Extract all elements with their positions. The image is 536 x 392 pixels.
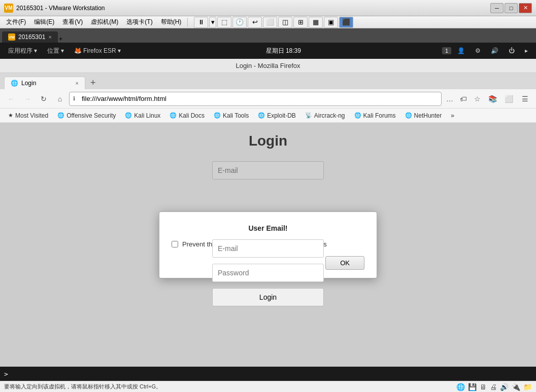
snapshot-btn[interactable]: 🕐 [232, 17, 247, 28]
status-text: 要将输入定向到该虚拟机，请将鼠标指针移入其中或按 Ctrl+G。 [4, 383, 161, 390]
apps-chevron: ▾ [34, 47, 37, 54]
location-label: 位置 [47, 47, 59, 55]
menu-tab[interactable]: 选项卡(T) [122, 17, 156, 27]
add-tab-button[interactable]: + [59, 35, 63, 43]
address-bar-wrap: ℹ [69, 92, 442, 106]
vm-tab-active[interactable]: VM 20165301 × [2, 31, 58, 43]
window-controls: ─ □ ✕ [490, 3, 532, 13]
alert-ok-button[interactable]: OK [325, 256, 364, 270]
library-button[interactable]: 📚 [485, 92, 499, 106]
minimize-button[interactable]: ─ [490, 3, 504, 13]
vm-tab-close[interactable]: × [48, 34, 51, 40]
firefox-icon: 🦊 [74, 47, 82, 54]
workspace-indicator[interactable]: 1 [442, 47, 451, 54]
linux-taskbar: 应用程序 ▾ 位置 ▾ 🦊 Firefox ESR ▾ 星期日 18:39 1 … [0, 43, 536, 59]
people-icon: 👤 [453, 46, 469, 55]
bookmark-kali-docs-label: Kali Docs [179, 112, 205, 119]
menu-file[interactable]: 文件(F) [2, 17, 30, 27]
bookmark-kali-linux-label: Kali Linux [134, 112, 160, 119]
prevent-dialog-checkbox[interactable] [172, 241, 178, 247]
settings-icon[interactable]: ⚙ [471, 46, 485, 55]
power-icon[interactable]: ⏻ [505, 46, 519, 55]
active-btn[interactable]: ⬛ [339, 17, 353, 28]
most-visited-icon: ★ [8, 112, 13, 119]
full-screen-btn[interactable]: ⬜ [263, 17, 277, 28]
taskbar-firefox[interactable]: 🦊 Firefox ESR ▾ [70, 46, 125, 55]
toolbar-separator [187, 18, 188, 27]
maximize-button[interactable]: □ [505, 3, 518, 13]
unity-btn[interactable]: ◫ [278, 17, 292, 28]
print-icon: 🖨 [490, 383, 497, 391]
bookmark-kali-linux[interactable]: 🌐 Kali Linux [121, 111, 164, 121]
menu-edit[interactable]: 编辑(E) [30, 17, 58, 27]
bookmarks-bar: ★ Most Visited 🌐 Offensive Security 🌐 Ka… [0, 109, 536, 123]
vm-tab-icon: VM [8, 33, 15, 41]
view2-btn[interactable]: ▦ [309, 17, 323, 28]
main-container: VM 20165301 - VMware Workstation ─ □ ✕ 文… [0, 0, 536, 392]
bookmark-kali-forums-label: Kali Forums [363, 112, 396, 119]
toolbar-buttons: ⏸ ▾ ⬚ 🕐 ↩ ⬜ ◫ ⊞ ▦ ▣ ⬛ [194, 17, 353, 28]
kali-tools-icon: 🌐 [214, 112, 221, 119]
firefox-window: Login - Mozilla Firefox 🌐 Login × + ← → … [0, 59, 536, 381]
menu-view[interactable]: 查看(V) [58, 17, 87, 27]
login-form-bottom: Login [212, 239, 324, 306]
close-button[interactable]: ✕ [519, 3, 532, 13]
bookmark-most-visited-label: Most Visited [15, 112, 48, 119]
dropdown-btn[interactable]: ▾ [209, 17, 216, 28]
firefox-title: Login - Mozilla Firefox [236, 62, 300, 69]
firefox-nav: ← → ↻ ⌂ ℹ … 🏷 ☆ 📚 ⬜ ☰ [0, 89, 536, 109]
status-bar: 要将输入定向到该虚拟机，请将鼠标指针移入其中或按 Ctrl+G。 🌐 💾 🖥 🖨… [0, 381, 536, 392]
taskbar-apps-menu[interactable]: 应用程序 ▾ [4, 46, 41, 56]
refresh-button[interactable]: ↻ [37, 92, 51, 106]
audio-icon[interactable]: 🔊 [487, 46, 502, 55]
send-ctrl-alt-del[interactable]: ⬚ [217, 17, 231, 28]
address-input[interactable] [69, 92, 442, 106]
email-input-bottom[interactable] [212, 239, 324, 258]
sidebar-button[interactable]: ⬜ [501, 92, 516, 106]
address-actions: … 🏷 ☆ [444, 93, 483, 105]
pause-button[interactable]: ⏸ [194, 17, 208, 28]
bookmark-aircrack[interactable]: 📡 Aircrack-ng [301, 111, 349, 121]
menu-vm[interactable]: 虚拟机(M) [87, 17, 122, 27]
folder-icon: 📁 [523, 383, 532, 391]
bookmark-nethunter[interactable]: 🌐 NetHunter [401, 111, 446, 121]
menu-button[interactable]: ☰ [518, 92, 532, 106]
revert-btn[interactable]: ↩ [248, 17, 262, 28]
vm-tabbar: VM 20165301 × + [0, 28, 536, 43]
back-button[interactable]: ← [4, 92, 18, 106]
bookmark-star-button[interactable]: ☆ [471, 93, 483, 105]
status-right: 🌐 💾 🖥 🖨 🔊 🔌 📁 [456, 383, 532, 391]
home-button[interactable]: ⌂ [53, 92, 67, 106]
address-info-icon: ℹ [73, 95, 75, 102]
terminal-prompt: > [4, 370, 8, 378]
firefox-titlebar: Login - Mozilla Firefox [0, 59, 536, 73]
forward-button[interactable]: → [20, 92, 35, 106]
browser-content: Login User Email! Prevent this page from… [0, 123, 536, 367]
ff-tab-login[interactable]: 🌐 Login × [4, 77, 85, 89]
bookmark-kali-forums[interactable]: 🌐 Kali Forums [350, 111, 400, 121]
menu-help[interactable]: 帮助(H) [157, 17, 186, 27]
ff-new-tab-button[interactable]: + [87, 77, 99, 89]
monitor-icon: 🖥 [480, 383, 487, 391]
view3-btn[interactable]: ▣ [324, 17, 338, 28]
ff-tab-close[interactable]: × [76, 80, 79, 86]
pocket-button[interactable]: 🏷 [457, 93, 470, 105]
more-bookmarks-icon: » [451, 112, 454, 119]
vmware-menubar: 文件(F) 编辑(E) 查看(V) 虚拟机(M) 选项卡(T) 帮助(H) ⏸ … [0, 16, 536, 28]
vm-tab-label: 20165301 [18, 33, 45, 41]
bookmark-kali-docs[interactable]: 🌐 Kali Docs [165, 111, 209, 121]
bookmark-offensive-security[interactable]: 🌐 Offensive Security [53, 111, 120, 121]
autofit-btn[interactable]: ⊞ [293, 17, 308, 28]
alert-message: User Email! [248, 224, 287, 232]
bookmark-most-visited[interactable]: ★ Most Visited [4, 111, 52, 121]
taskbar-location[interactable]: 位置 ▾ [43, 46, 68, 56]
kali-linux-icon: 🌐 [125, 112, 132, 119]
bookmark-exploit-db-label: Exploit-DB [267, 112, 296, 119]
more-options-button[interactable]: … [444, 93, 456, 105]
bookmark-kali-tools-label: Kali Tools [223, 112, 249, 119]
bookmark-exploit-db[interactable]: 🌐 Exploit-DB [254, 111, 300, 121]
password-input[interactable] [212, 264, 324, 282]
bookmark-more[interactable]: » [447, 111, 458, 121]
bookmark-kali-tools[interactable]: 🌐 Kali Tools [210, 111, 253, 121]
login-submit-button[interactable]: Login [212, 288, 324, 306]
